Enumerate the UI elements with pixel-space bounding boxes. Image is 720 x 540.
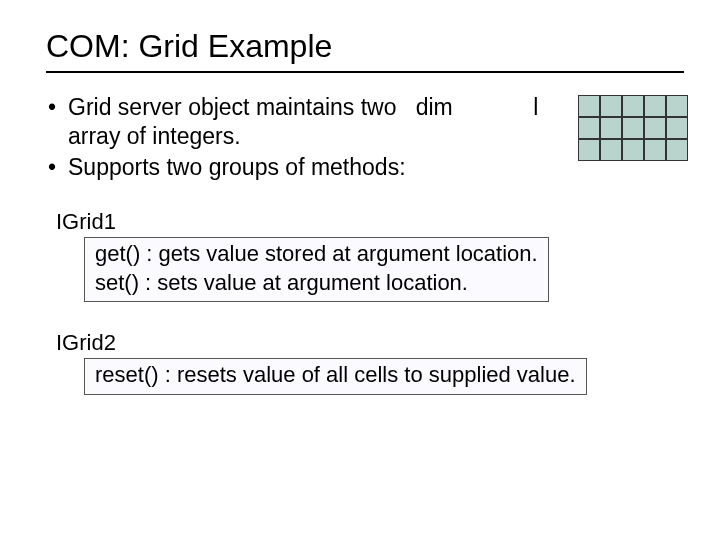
bullet-1-text-b: dim (416, 94, 453, 120)
iface2-method-reset: reset() : resets value of all cells to s… (95, 361, 576, 390)
iface1-method-set: set() : sets value at argument location. (95, 269, 538, 298)
grid-cell (666, 117, 688, 139)
grid-cell (600, 117, 622, 139)
grid-cell (666, 95, 688, 117)
bullet-2: Supports two groups of methods: (46, 153, 568, 182)
interface-groups: IGrid1 get() : gets value stored at argu… (46, 209, 684, 395)
bullet-1-text-a: Grid server object maintains two (68, 94, 397, 120)
bullet-list: Grid server object maintains two dimensi… (46, 93, 568, 183)
iface1-method-get: get() : gets value stored at argument lo… (95, 240, 538, 269)
bullet-1: Grid server object maintains two dimensi… (46, 93, 568, 151)
grid-cell (644, 95, 666, 117)
slide-title: COM: Grid Example (46, 28, 684, 65)
grid-cell (578, 139, 600, 161)
grid-cell (600, 139, 622, 161)
grid-illustration (578, 95, 688, 161)
bullet-1-text-d: array of integers. (68, 123, 241, 149)
iface1-methods: get() : gets value stored at argument lo… (84, 237, 549, 302)
grid-cell (644, 117, 666, 139)
grid-cell (644, 139, 666, 161)
grid-cell (622, 95, 644, 117)
grid-cell (622, 117, 644, 139)
bullet-1-text-c: l (533, 94, 538, 120)
iface2-label: IGrid2 (56, 330, 684, 356)
title-underline (46, 71, 684, 73)
content-row: Grid server object maintains two dimensi… (46, 93, 684, 183)
grid-cell (578, 117, 600, 139)
iface1-label: IGrid1 (56, 209, 684, 235)
iface2-methods: reset() : resets value of all cells to s… (84, 358, 587, 395)
grid-cell (600, 95, 622, 117)
slide: COM: Grid Example Grid server object mai… (0, 0, 720, 415)
grid-cell (578, 95, 600, 117)
grid-cell (622, 139, 644, 161)
grid-cell (666, 139, 688, 161)
